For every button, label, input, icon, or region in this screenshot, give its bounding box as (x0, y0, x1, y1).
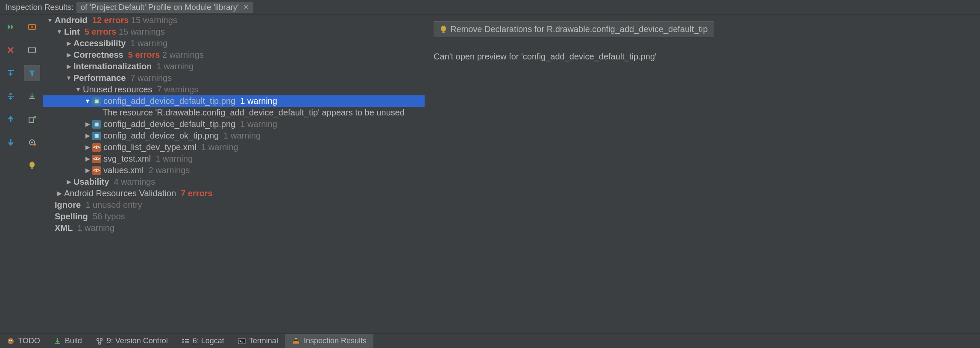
terminal-icon (238, 338, 246, 344)
node-file[interactable]: ▶</>svg_test.xml 1 warning (43, 153, 425, 165)
chevron-right-icon: ▶ (83, 153, 92, 165)
chevron-right-icon: ▶ (64, 38, 73, 49)
node-internationalization[interactable]: ▶Internationalization 1 warning (43, 61, 425, 72)
svg-point-9 (441, 26, 446, 32)
svg-rect-3 (29, 117, 34, 123)
expand-down-icon[interactable] (3, 65, 19, 81)
toolbar-gutter (0, 15, 43, 333)
chevron-right-icon: ▶ (64, 49, 73, 61)
chevron-right-icon: ▶ (83, 165, 92, 176)
svg-point-12 (9, 339, 11, 341)
svg-rect-27 (294, 339, 298, 341)
node-file[interactable]: ▶</>values.xml 2 warnings (43, 165, 425, 176)
xml-file-icon: </> (92, 166, 101, 175)
detail-pane: Remove Declarations for R.drawable.confi… (425, 15, 980, 333)
node-file[interactable]: ▶</>config_list_dev_type.xml 1 warning (43, 142, 425, 153)
todo-icon (7, 337, 15, 345)
flatten-icon[interactable] (24, 42, 40, 58)
svg-point-15 (97, 338, 99, 340)
svg-rect-14 (55, 343, 60, 344)
node-android-res-validation[interactable]: ▶Android Resources Validation 7 errors (43, 188, 425, 199)
filter-icon[interactable] (24, 65, 40, 81)
node-android[interactable]: ▼Android 12 errors 15 warnings (43, 15, 425, 26)
profile-tab[interactable]: of 'Project Default' Profile on Module '… (76, 2, 253, 13)
tab-terminal[interactable]: Terminal (231, 334, 285, 348)
image-file-icon: ▦ (92, 97, 101, 106)
tab-build[interactable]: Build (47, 334, 89, 348)
svg-rect-24 (238, 339, 245, 344)
svg-point-1 (31, 26, 33, 28)
chevron-down-icon: ▼ (45, 15, 55, 26)
chevron-right-icon: ▶ (83, 142, 92, 153)
branch-icon (96, 337, 103, 345)
node-correctness[interactable]: ▶Correctness 5 errors 2 warnings (43, 49, 425, 61)
profile-tab-label: of 'Project Default' Profile on Module '… (81, 3, 239, 12)
svg-rect-20 (182, 342, 184, 343)
node-file[interactable]: ▶▦config_add_device_default_tip.png 1 wa… (43, 118, 425, 130)
quickfix-label: Remove Declarations for R.drawable.confi… (450, 24, 708, 34)
chevron-down-icon: ▼ (55, 26, 64, 38)
header-label: Inspection Results: (3, 3, 76, 12)
node-spelling[interactable]: Spelling 56 typos (43, 211, 425, 222)
svg-rect-8 (31, 168, 33, 169)
results-tree[interactable]: ▼Android 12 errors 15 warnings ▼Lint 5 e… (43, 15, 425, 333)
close-tool-icon[interactable] (3, 42, 19, 58)
collapse-icon[interactable] (3, 88, 19, 104)
quickfix-button[interactable]: Remove Declarations for R.drawable.confi… (434, 21, 714, 37)
node-lint[interactable]: ▼Lint 5 errors 15 warnings (43, 26, 425, 38)
chevron-right-icon: ▶ (83, 118, 92, 130)
node-file[interactable]: ▶▦config_add_device_ok_tip.png 1 warning (43, 130, 425, 142)
inspection-header: Inspection Results: of 'Project Default'… (0, 0, 980, 15)
svg-rect-19 (182, 341, 184, 342)
node-performance[interactable]: ▼Performance 7 warnings (43, 72, 425, 84)
svg-point-11 (8, 338, 14, 344)
node-unused-resources[interactable]: ▼Unused resources 7 warnings (43, 84, 425, 95)
bottom-toolbar: TODO Build 9: Version Control 6: Logcat … (0, 333, 980, 348)
preview-message: Can't open preview for 'config_add_devic… (434, 52, 971, 62)
chevron-down-icon: ▼ (64, 72, 73, 84)
image-file-icon: ▦ (92, 132, 101, 140)
tab-todo[interactable]: TODO (0, 334, 47, 348)
svg-point-16 (100, 338, 102, 340)
svg-rect-10 (442, 32, 445, 33)
logcat-icon (182, 338, 189, 344)
chevron-right-icon: ▶ (64, 61, 73, 72)
settings-icon[interactable] (24, 134, 40, 150)
node-warning-message[interactable]: The resource 'R.drawable.config_add_devi… (43, 107, 425, 118)
svg-point-5 (31, 142, 33, 143)
tab-inspection-results[interactable]: Inspection Results (285, 334, 373, 348)
node-ignore[interactable]: Ignore 1 unused entry (43, 199, 425, 211)
tab-version-control[interactable]: 9: Version Control (89, 334, 175, 348)
svg-rect-2 (29, 48, 35, 52)
rerun-icon[interactable] (3, 19, 19, 35)
chevron-right-icon: ▶ (83, 130, 92, 142)
suppress-icon[interactable] (24, 19, 40, 35)
xml-file-icon: </> (92, 155, 101, 163)
close-icon[interactable]: ✕ (243, 3, 249, 11)
svg-rect-18 (182, 339, 184, 340)
prev-icon[interactable] (3, 111, 19, 127)
chevron-down-icon: ▼ (73, 84, 83, 95)
svg-point-13 (11, 339, 12, 341)
svg-rect-23 (185, 342, 189, 343)
chevron-right-icon: ▶ (64, 176, 73, 188)
node-xml[interactable]: XML 1 warning (43, 222, 425, 234)
svg-point-6 (33, 143, 36, 146)
inspector-icon (292, 337, 300, 345)
svg-rect-21 (185, 339, 189, 340)
export-down-icon[interactable] (24, 88, 40, 104)
node-accessibility[interactable]: ▶Accessibility 1 warning (43, 38, 425, 49)
chevron-right-icon: ▶ (55, 188, 64, 199)
export-icon[interactable] (24, 111, 40, 127)
node-file-selected[interactable]: ▼▦config_add_device_default_tip.png 1 wa… (43, 95, 425, 107)
image-file-icon: ▦ (92, 120, 101, 129)
svg-point-17 (98, 342, 100, 344)
tab-logcat[interactable]: 6: Logcat (175, 334, 231, 348)
main-area: ▼Android 12 errors 15 warnings ▼Lint 5 e… (0, 15, 980, 333)
chevron-down-icon: ▼ (83, 95, 92, 107)
intention-bulb-icon[interactable] (24, 157, 40, 174)
build-icon (54, 337, 62, 345)
next-icon[interactable] (3, 134, 19, 150)
node-usability[interactable]: ▶Usability 4 warnings (43, 176, 425, 188)
svg-point-7 (29, 162, 35, 168)
